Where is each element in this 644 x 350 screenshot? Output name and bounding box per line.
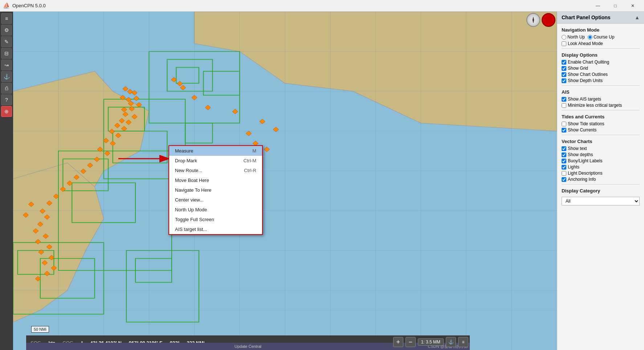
context-menu-item-move-boat[interactable]: Move Boat Here [169, 175, 262, 185]
layers-button[interactable]: ⊟ [1, 48, 12, 59]
context-menu-item-measure[interactable]: Measure M [169, 146, 262, 156]
anchor-button[interactable]: ⚓ [1, 71, 12, 82]
zoom-in-button[interactable]: + [393, 337, 403, 347]
context-menu-item-navigate[interactable]: Navigate To Here [169, 185, 262, 195]
tides-title: Tides and Currents [562, 114, 640, 119]
show-tide-stations-option[interactable]: Show Tide stations [562, 121, 640, 126]
show-currents-option[interactable]: Show Currents [562, 127, 640, 133]
context-menu: Measure M Drop Mark Ctrl-M New Route... … [168, 145, 263, 235]
nav-mode-title: Navigation Mode [562, 27, 640, 33]
minimize-ais-option[interactable]: Minimize less critical targets [562, 103, 640, 108]
show-text-option[interactable]: Show text [562, 146, 640, 151]
divider-5 [562, 184, 640, 184]
panel-header: Chart Panel Options ▲ [557, 12, 644, 24]
vector-charts-title: Vector Charts [562, 139, 640, 144]
display-options-title: Display Options [562, 52, 640, 58]
light-descriptions-option[interactable]: Light Descriptions [562, 171, 640, 176]
enable-chart-quilting-option[interactable]: Enable Chart Quilting [562, 60, 640, 65]
zoom-scale: 1: 3.5 MM [418, 338, 444, 346]
right-panel: Chart Panel Options ▲ Navigation Mode No… [557, 12, 644, 350]
chart-area[interactable]: 70° W 69° W 68° W 67° W 66° W 65° W 64° … [13, 12, 557, 350]
zoom-out-button[interactable]: − [405, 337, 416, 347]
menu-icon-btn[interactable]: ≡ [458, 337, 468, 347]
show-depth-units-option[interactable]: Show Depth Units [562, 78, 640, 83]
north-up-option[interactable]: North Up [562, 34, 585, 40]
course-up-option[interactable]: Course Up [588, 34, 614, 40]
context-menu-item-center-view[interactable]: Center view... [169, 195, 262, 205]
app-icon: ⛵ [3, 2, 10, 9]
compass-button[interactable] [526, 13, 540, 27]
ais-button[interactable]: ⊕ [1, 106, 12, 117]
divider-1 [562, 48, 640, 49]
route-button[interactable]: ↝ [1, 60, 12, 70]
context-menu-item-fullscreen[interactable]: Toggle Full Screen [169, 215, 262, 224]
maximize-button[interactable]: □ [607, 0, 624, 12]
context-menu-item-north-up[interactable]: North Up Mode [169, 205, 262, 215]
svg-marker-95 [533, 17, 534, 23]
show-ais-targets-option[interactable]: Show AIS targets [562, 97, 640, 102]
lights-option[interactable]: Lights [562, 164, 640, 170]
scale-bar: 50 NMi [31, 326, 49, 333]
menu-button[interactable]: ≡ [1, 13, 12, 24]
nav-mode-options: North Up Course Up [562, 34, 640, 40]
context-menu-item-ais-list[interactable]: AIS target list... [169, 224, 262, 234]
pencil-button[interactable]: ✎ [1, 36, 12, 47]
divider-2 [562, 85, 640, 86]
toolbar: ≡ ⚙ ✎ ⊟ ↝ ⚓ ⎙ ? ⊕ [0, 12, 13, 350]
show-grid-option[interactable]: Show Grid [562, 66, 640, 71]
display-category-title: Display Category [562, 188, 640, 194]
context-menu-item-drop-mark[interactable]: Drop Mark Ctrl-M [169, 156, 262, 166]
show-depths-option[interactable]: Show depths [562, 152, 640, 157]
help-button[interactable]: ? [1, 94, 12, 105]
top-right-nav [526, 13, 555, 27]
close-button[interactable]: ✕ [624, 0, 641, 12]
buoy-light-labels-option[interactable]: Buoy/Light Labels [562, 158, 640, 163]
context-menu-item-new-route[interactable]: New Route... Ctrl-R [169, 166, 262, 175]
minimize-button[interactable]: — [590, 0, 606, 12]
panel-title: Chart Panel Options [562, 15, 611, 20]
panel-content[interactable]: Navigation Mode North Up Course Up Look … [557, 24, 644, 350]
zoom-controls: + − 1: 3.5 MM ⚓ ≡ [393, 337, 468, 347]
look-ahead-option[interactable]: Look Ahead Mode [562, 41, 640, 46]
display-category-select[interactable]: All Base Standard Other [562, 197, 640, 205]
ais-title: AIS [562, 89, 640, 95]
anchor-icon-btn[interactable]: ⚓ [446, 337, 456, 347]
ais-indicator[interactable] [542, 13, 555, 27]
settings-button[interactable]: ⚙ [1, 25, 12, 36]
show-chart-outlines-option[interactable]: Show Chart Outlines [562, 72, 640, 77]
panel-scroll-up-icon[interactable]: ▲ [635, 15, 640, 20]
app-title: OpenCPN 5.0.0 [12, 3, 590, 8]
divider-3 [562, 110, 640, 110]
divider-4 [562, 135, 640, 135]
anchoring-info-option[interactable]: Anchoring Info [562, 177, 640, 182]
titlebar: ⛵ OpenCPN 5.0.0 — □ ✕ [0, 0, 644, 12]
chart-svg [13, 12, 557, 350]
print-button[interactable]: ⎙ [1, 83, 12, 94]
